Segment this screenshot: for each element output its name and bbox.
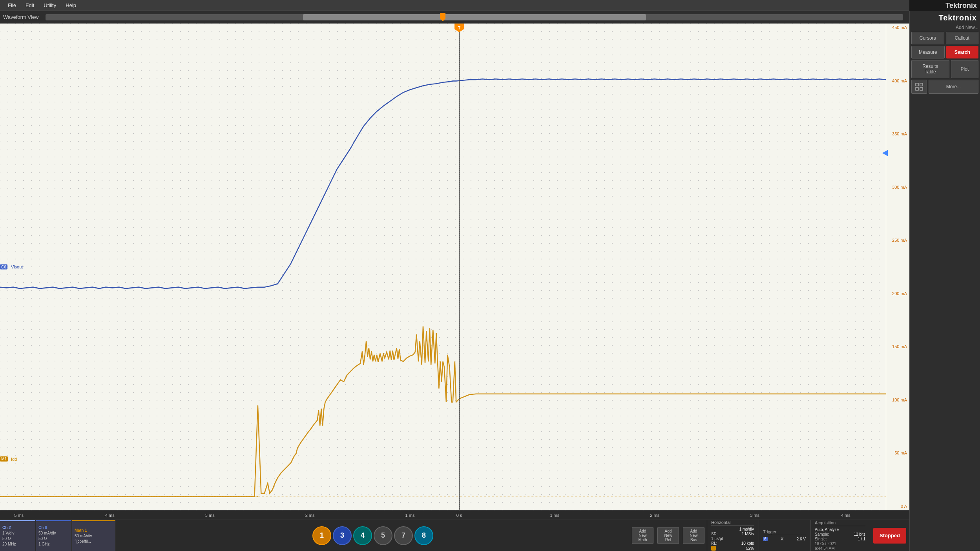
- y-label-250mA: 250 mA: [887, 238, 909, 243]
- x-label-2ms: 2 ms: [650, 513, 659, 518]
- horizontal-pt-value: 1 µs/pt: [711, 536, 723, 541]
- waveform-svg: [0, 24, 886, 510]
- acquisition-single-label: Single:: [815, 537, 827, 541]
- grid-icon-button[interactable]: [911, 80, 927, 94]
- x-axis: -5 ms -4 ms -3 ms -2 ms -1 ms 0 s 1 ms 2…: [0, 510, 909, 520]
- ch-btn-5[interactable]: 5: [374, 526, 392, 545]
- measure-search-row: Measure Search: [911, 46, 978, 58]
- add-new-link[interactable]: Add New...: [911, 25, 978, 30]
- acquisition-sample-label: Sample:: [815, 532, 829, 536]
- ch-btn-3[interactable]: 3: [333, 526, 352, 545]
- horizontal-rl-label: RL:: [711, 541, 717, 546]
- y-label-100mA: 100 mA: [887, 398, 909, 402]
- plot-button[interactable]: Plot: [951, 60, 978, 78]
- ch-btn-4[interactable]: 4: [353, 526, 372, 545]
- x-label-neg5ms: -5 ms: [13, 513, 24, 518]
- ch2-val1: 1 V/div: [2, 531, 33, 536]
- add-buttons-group: AddNewMath: [630, 520, 655, 551]
- chart-container: T: [0, 24, 909, 510]
- math1-header: Math 1: [75, 528, 113, 533]
- m1-channel-label: M1: [0, 456, 8, 462]
- x-label-0s: 0 s: [456, 513, 462, 518]
- trigger-title: Trigger: [763, 529, 806, 535]
- ch-btn-7[interactable]: 7: [394, 526, 413, 545]
- add-new-bus-group: AddNewBus: [681, 520, 706, 551]
- menu-edit[interactable]: Edit: [21, 1, 39, 10]
- waveform-view-title: Waveform View: [3, 14, 38, 20]
- x-label-3ms: 3 ms: [750, 513, 759, 518]
- horizontal-sr-label: SR:: [711, 532, 718, 536]
- y-label-350mA: 350 mA: [887, 131, 909, 136]
- add-new-ref-button[interactable]: AddNewRef: [657, 527, 679, 544]
- waveform-title-bar: Waveform View: [0, 11, 909, 24]
- horizontal-pct-value: 52%: [746, 546, 754, 551]
- trigger-info[interactable]: Trigger 6 X 2.6 V: [759, 520, 810, 551]
- menubar: File Edit Utility Help Tektronix: [0, 0, 980, 11]
- stopped-button[interactable]: Stopped: [873, 528, 906, 544]
- x-label-neg4ms: -4 ms: [104, 513, 115, 518]
- x-label-1ms: 1 ms: [550, 513, 559, 518]
- x-label-neg1ms: -1 ms: [404, 513, 415, 518]
- ch6-info-box[interactable]: Ch 6 50 mA/div 50 Ω 1 GHz: [36, 520, 71, 551]
- y-label-450mA: 450 mA: [887, 25, 909, 30]
- ch-btn-1[interactable]: 1: [312, 526, 331, 545]
- x-label-neg3ms: -3 ms: [204, 513, 215, 518]
- callout-button[interactable]: Callout: [946, 32, 979, 44]
- menu-help[interactable]: Help: [61, 1, 81, 10]
- acquisition-single-value: 1 / 1: [858, 537, 865, 541]
- y-label-150mA: 150 mA: [887, 344, 909, 349]
- right-panel: Tektronix Add New... Cursors Callout Mea…: [909, 11, 980, 551]
- horizontal-sr-value: 1 MS/s: [742, 532, 754, 536]
- horizontal-title: Horizontal: [711, 520, 754, 526]
- trigger-level: 2.6 V: [797, 537, 806, 541]
- ch2-val3: 20 MHz: [2, 542, 33, 547]
- horizontal-scale-value: 1 ms/div: [739, 527, 754, 531]
- waveform-area: Waveform View T: [0, 11, 909, 551]
- ch6-channel-label: C6: [0, 265, 7, 270]
- results-plot-row: ResultsTable Plot: [911, 60, 978, 78]
- menu-utility[interactable]: Utility: [39, 1, 61, 10]
- acquisition-mode: Auto, Analyze: [815, 527, 839, 532]
- ch2-val2: 50 Ω: [2, 536, 33, 542]
- scroll-bar[interactable]: [46, 14, 903, 20]
- svg-rect-13: [920, 83, 923, 86]
- svg-rect-12: [916, 83, 918, 86]
- ch6-header: Ch 6: [38, 525, 69, 530]
- add-new-math-button[interactable]: AddNewMath: [632, 527, 653, 544]
- bottom-bar: Ch 2 1 V/div 50 Ω 20 MHz Ch 6 50 mA/div …: [0, 520, 909, 551]
- trigger-ch-badge: 6: [763, 537, 768, 541]
- acquisition-sample-value: 12 bits: [854, 532, 865, 536]
- menu-file[interactable]: File: [3, 1, 21, 10]
- ch6-val1: 50 mA/div: [38, 531, 69, 536]
- search-button[interactable]: Search: [946, 46, 979, 58]
- ch2-header: Ch 2: [2, 525, 33, 530]
- math1-val2: ^[coeffil...: [75, 539, 113, 544]
- horizontal-rl-value: 10 kpts: [741, 541, 754, 546]
- add-new-bus-button[interactable]: AddNewBus: [683, 527, 704, 544]
- cursors-callout-row: Cursors Callout: [911, 32, 978, 44]
- acquisition-info[interactable]: Acquisition Auto, Analyze Sample: 12 bit…: [810, 520, 869, 551]
- y-axis-labels: 450 mA 400 mA 350 mA 300 mA 250 mA 200 m…: [886, 24, 909, 510]
- acquisition-time: 6:44:54 AM: [815, 546, 835, 551]
- y-label-200mA: 200 mA: [887, 291, 909, 296]
- results-table-button[interactable]: ResultsTable: [911, 60, 949, 78]
- measure-button[interactable]: Measure: [911, 46, 945, 58]
- math1-info-box[interactable]: Math 1 50 mA/div ^[coeffil...: [72, 520, 115, 551]
- cursor-line: [459, 24, 460, 510]
- svg-rect-15: [920, 88, 923, 90]
- more-button[interactable]: More...: [929, 80, 978, 94]
- svg-rect-14: [916, 88, 918, 90]
- trigger-level-arrow: [882, 150, 888, 156]
- ch-btn-8[interactable]: 8: [414, 526, 433, 545]
- horizontal-info[interactable]: Horizontal 1 ms/div SR: 1 MS/s 1 µs/pt R…: [707, 520, 758, 551]
- brand-name: Tektronix: [911, 13, 978, 23]
- add-new-ref-group: AddNewRef: [656, 520, 681, 551]
- x-label-neg2ms: -2 ms: [304, 513, 315, 518]
- pct-indicator: [711, 546, 716, 551]
- cursors-button[interactable]: Cursors: [911, 32, 944, 44]
- ch6-signal-label: Visout: [11, 265, 23, 269]
- y-label-400mA: 400 mA: [887, 78, 909, 83]
- math1-val1: 50 mA/div: [75, 533, 113, 539]
- x-label-4ms: 4 ms: [841, 513, 850, 518]
- ch2-info-box[interactable]: Ch 2 1 V/div 50 Ω 20 MHz: [0, 520, 35, 551]
